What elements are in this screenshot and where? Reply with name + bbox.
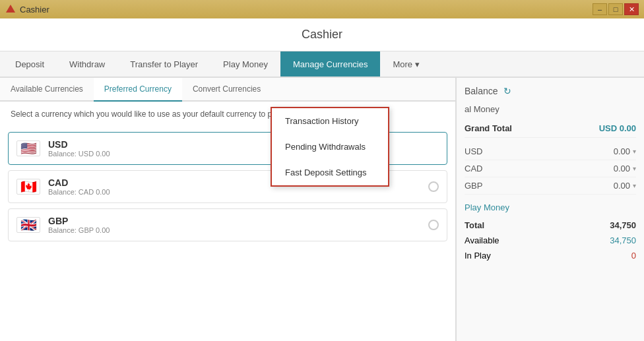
title-bar-left: Cashier <box>5 4 49 15</box>
balance-label-cad: CAD <box>465 164 482 173</box>
balance-label-gbp: GBP <box>465 181 482 191</box>
sub-tab-available[interactable]: Available Currencies <box>0 78 94 102</box>
balance-row-usd: USD 0.00 ▾ <box>465 143 636 160</box>
app-header: Cashier <box>0 18 644 51</box>
sub-tab-bar: Available Currencies Preferred Currency … <box>0 78 455 102</box>
grand-total-label: Grand Total <box>465 123 512 133</box>
minimize-button[interactable]: – <box>593 3 607 15</box>
tab-withdraw[interactable]: Withdraw <box>57 51 117 77</box>
sub-tab-convert[interactable]: Convert Currencies <box>182 78 271 102</box>
balance-row-cad: CAD 0.00 ▾ <box>465 160 636 177</box>
balance-title: Balance <box>465 86 498 96</box>
balance-header: Balance ↻ <box>465 86 636 96</box>
title-bar-title: Cashier <box>20 5 49 15</box>
app-title: Cashier <box>302 28 342 41</box>
tab-bar: Deposit Withdraw Transfer to Player Play… <box>0 51 644 78</box>
play-money-inplay-value: 0 <box>631 251 636 261</box>
tab-transfer[interactable]: Transfer to Player <box>117 51 210 77</box>
tab-playmoney[interactable]: Play Money <box>210 51 280 77</box>
flag-cad: 🇨🇦 <box>16 179 40 195</box>
play-money-total-row: Total 34,750 <box>465 218 636 233</box>
chevron-cad: ▾ <box>633 165 636 172</box>
tab-more[interactable]: More ▾ <box>380 51 432 77</box>
close-button[interactable]: ✕ <box>624 3 639 15</box>
currency-balance-cad: Balance: CAD 0.00 <box>48 188 428 196</box>
play-money-total-label: Total <box>465 220 484 230</box>
play-money-title: Play Money <box>465 202 636 212</box>
svg-marker-0 <box>6 5 15 13</box>
play-money-available-value: 34,750 <box>610 235 636 245</box>
refresh-icon[interactable]: ↻ <box>503 86 511 96</box>
radio-gbp[interactable] <box>428 220 439 230</box>
grand-total-value: USD 0.00 <box>599 123 636 133</box>
play-money-available-row: Available 34,750 <box>465 233 636 248</box>
chevron-down-icon: ▾ <box>415 59 420 69</box>
dropdown-transaction-history[interactable]: Transaction History <box>272 108 388 134</box>
real-money-title: al Money <box>465 104 636 114</box>
play-money-inplay-label: In Play <box>465 251 491 261</box>
play-money-inplay-row: In Play 0 <box>465 248 636 263</box>
grand-total-row: Grand Total USD 0.00 <box>465 119 636 138</box>
main-area: Available Currencies Preferred Currency … <box>0 78 644 341</box>
currency-code-gbp: GBP <box>48 216 428 226</box>
balance-label-usd: USD <box>465 146 482 156</box>
play-money-total-value: 34,750 <box>610 220 636 230</box>
tab-currencies[interactable]: Manage Currencies <box>280 51 380 77</box>
balance-value-cad: 0.00 ▾ <box>614 164 636 173</box>
chevron-usd: ▾ <box>633 148 636 155</box>
currency-info-gbp: GBP Balance: GBP 0.00 <box>48 216 428 234</box>
title-bar-controls: – □ ✕ <box>593 3 639 15</box>
tab-deposit[interactable]: Deposit <box>3 51 57 77</box>
currency-item-gbp[interactable]: 🇬🇧 GBP Balance: GBP 0.00 <box>8 208 447 241</box>
restore-button[interactable]: □ <box>608 3 623 15</box>
play-money-section: Play Money Total 34,750 Available 34,750… <box>465 202 636 263</box>
play-money-available-label: Available <box>465 235 499 245</box>
chevron-gbp: ▾ <box>633 182 636 189</box>
right-panel: Balance ↻ al Money Grand Total USD 0.00 … <box>456 78 644 341</box>
flag-usd: 🇺🇸 <box>16 140 40 156</box>
dropdown-pending-withdrawals[interactable]: Pending Withdrawals <box>272 134 388 160</box>
flag-gbp: 🇬🇧 <box>16 217 40 233</box>
app-icon <box>5 4 16 15</box>
balance-row-gbp: GBP 0.00 ▾ <box>465 177 636 195</box>
radio-cad[interactable] <box>428 181 439 192</box>
dropdown-fast-deposit-settings[interactable]: Fast Deposit Settings <box>272 160 388 185</box>
sub-tab-preferred[interactable]: Preferred Currency <box>94 78 182 102</box>
currency-balance-gbp: Balance: GBP 0.00 <box>48 226 428 234</box>
title-bar: Cashier – □ ✕ <box>0 0 644 18</box>
balance-value-usd: 0.00 ▾ <box>614 146 636 156</box>
dropdown-menu: Transaction History Pending Withdrawals … <box>271 107 389 187</box>
balance-value-gbp: 0.00 ▾ <box>614 181 636 191</box>
